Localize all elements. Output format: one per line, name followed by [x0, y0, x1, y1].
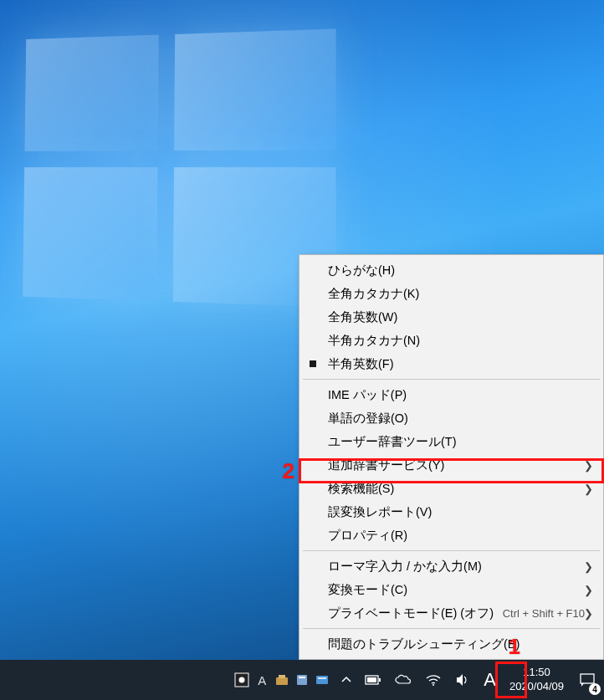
menu-item-label: ローマ字入力 / かな入力(M): [328, 559, 590, 575]
taskbar: A A 11:50 2020/04/09 4: [0, 660, 604, 700]
clock-date: 2020/04/09: [509, 680, 564, 694]
menu-item-label: 半角カタカナ(N): [328, 333, 590, 349]
menu-item-label: IME パッド(P): [328, 387, 590, 403]
menu-item-label: 変換モード(C): [328, 582, 590, 598]
chevron-right-icon: ❯: [584, 459, 593, 472]
svg-rect-3: [279, 675, 285, 678]
svg-rect-10: [367, 677, 376, 682]
menu-item-label: ユーザー辞書ツール(T): [328, 434, 590, 450]
chevron-right-icon: ❯: [584, 483, 593, 495]
menu-separator: [303, 628, 600, 629]
ime-indicator[interactable]: A: [477, 660, 503, 700]
menu-item-label: 全角カタカナ(K): [328, 286, 590, 302]
menu-item-hiragana[interactable]: ひらがな(H): [301, 258, 601, 282]
menu-item-halfwidth-katakana[interactable]: 半角カタカナ(N): [301, 329, 601, 352]
volume-icon[interactable]: [448, 660, 477, 700]
ime-tool-icon[interactable]: [273, 671, 291, 689]
svg-point-11: [433, 684, 434, 686]
svg-point-1: [239, 677, 245, 683]
menu-item-label: プロパティ(R): [328, 528, 590, 544]
menu-item-halfwidth-alnum[interactable]: 半角英数(F): [301, 352, 601, 376]
menu-item-search-function[interactable]: 検索機能(S) ❯: [301, 477, 601, 500]
menu-item-register-word[interactable]: 単語の登録(O): [301, 406, 601, 430]
menu-item-private-mode[interactable]: プライベートモード(E) (オフ) Ctrl + Shift + F10 ❯: [301, 601, 601, 625]
menu-item-conversion-mode[interactable]: 変換モード(C) ❯: [301, 578, 601, 601]
chevron-up-icon: [341, 675, 351, 685]
ime-help-icon[interactable]: [313, 671, 331, 689]
taskbar-clock[interactable]: 11:50 2020/04/09: [503, 660, 571, 700]
menu-item-label: ひらがな(H): [328, 263, 590, 278]
selected-bullet-icon: [310, 360, 316, 367]
chevron-right-icon: ❯: [584, 560, 593, 573]
ime-letter: A: [484, 669, 496, 691]
menu-item-label: プライベートモード(E) (オフ): [328, 605, 503, 621]
onedrive-icon[interactable]: [388, 660, 418, 700]
menu-item-label: 単語の登録(O): [328, 411, 590, 427]
notification-count-badge: 4: [589, 683, 601, 695]
menu-item-label: 追加辞書サービス(Y): [328, 457, 590, 473]
svg-rect-9: [379, 678, 381, 682]
action-center-button[interactable]: 4: [571, 660, 604, 700]
language-bar: A: [229, 660, 335, 700]
wifi-icon[interactable]: [418, 660, 448, 700]
menu-item-label: 半角英数(F): [328, 356, 590, 372]
ime-input-mode-a-icon[interactable]: A: [253, 671, 271, 689]
ime-dictionary-icon[interactable]: [293, 671, 311, 689]
svg-rect-7: [318, 677, 326, 679]
chevron-right-icon: ❯: [584, 584, 593, 596]
ime-context-menu: ひらがな(H) 全角カタカナ(K) 全角英数(W) 半角カタカナ(N) 半角英数…: [299, 254, 604, 660]
menu-separator: [303, 550, 600, 551]
svg-rect-12: [581, 674, 594, 683]
windows-logo: [23, 28, 335, 307]
menu-item-fullwidth-alnum[interactable]: 全角英数(W): [301, 305, 601, 329]
svg-rect-2: [276, 677, 288, 685]
menu-item-label: 誤変換レポート(V): [328, 504, 590, 520]
battery-icon[interactable]: [358, 660, 388, 700]
menu-item-romaji-kana-input[interactable]: ローマ字入力 / かな入力(M) ❯: [301, 554, 601, 578]
menu-item-misconversion-report[interactable]: 誤変換レポート(V): [301, 500, 601, 524]
svg-rect-5: [299, 677, 305, 678]
menu-item-label: 全角英数(W): [328, 309, 590, 325]
svg-rect-4: [297, 675, 307, 685]
ime-mode-icon[interactable]: [233, 671, 251, 689]
svg-rect-6: [316, 676, 328, 684]
menu-item-label: 検索機能(S): [328, 481, 590, 497]
menu-item-shortcut: Ctrl + Shift + F10: [503, 607, 585, 620]
chevron-right-icon: ❯: [584, 607, 593, 620]
menu-separator: [303, 379, 600, 380]
menu-item-fullwidth-katakana[interactable]: 全角カタカナ(K): [301, 282, 601, 305]
menu-item-user-dictionary-tool[interactable]: ユーザー辞書ツール(T): [301, 430, 601, 453]
menu-item-property[interactable]: プロパティ(R): [301, 524, 601, 547]
menu-item-troubleshooting[interactable]: 問題のトラブルシューティング(B): [301, 632, 601, 656]
menu-item-ime-pad[interactable]: IME パッド(P): [301, 383, 601, 406]
tray-overflow-button[interactable]: [335, 660, 358, 700]
menu-item-label: 問題のトラブルシューティング(B): [328, 636, 590, 652]
menu-item-additional-dictionary-service[interactable]: 追加辞書サービス(Y) ❯: [301, 453, 601, 477]
clock-time: 11:50: [523, 666, 550, 680]
